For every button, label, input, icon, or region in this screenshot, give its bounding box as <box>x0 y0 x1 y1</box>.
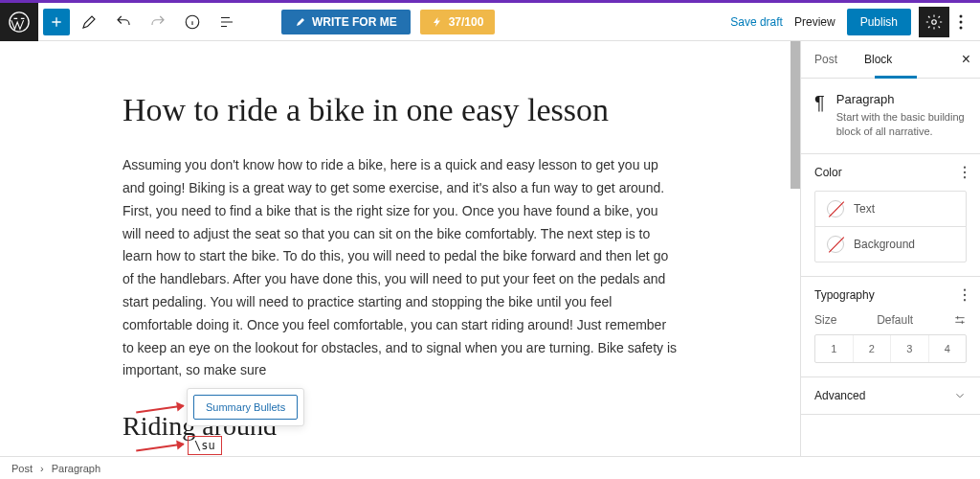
size-default-label: Default <box>877 313 913 327</box>
gear-icon <box>925 13 943 31</box>
post-title[interactable]: How to ride a bike in one easy lesson <box>122 89 678 131</box>
settings-button[interactable] <box>919 7 949 37</box>
block-breadcrumb: Post › Paragraph <box>0 456 980 479</box>
block-description: Start with the basic building block of a… <box>836 110 967 140</box>
svg-point-6 <box>964 166 966 168</box>
chevron-down-icon <box>953 389 967 402</box>
svg-point-9 <box>964 288 966 290</box>
dots-vertical-icon <box>963 166 967 179</box>
advanced-panel-header[interactable]: Advanced <box>801 377 980 414</box>
color-panel: Color Text Background <box>801 154 980 277</box>
size-label: Size <box>814 313 836 327</box>
post-paragraph[interactable]: Assuming you don't know how to ride a bi… <box>122 154 678 382</box>
breadcrumb-separator: › <box>40 463 44 474</box>
write-for-me-label: WRITE FOR ME <box>312 15 397 29</box>
svg-point-10 <box>964 294 966 296</box>
size-2[interactable]: 2 <box>853 335 891 362</box>
more-options-button[interactable] <box>949 7 972 37</box>
color-panel-header[interactable]: Color <box>801 154 980 191</box>
background-color-button[interactable]: Background <box>815 226 966 262</box>
advanced-panel-title: Advanced <box>814 389 865 402</box>
typography-panel-header[interactable]: Typography <box>801 277 980 313</box>
breadcrumb-current[interactable]: Paragraph <box>52 463 100 474</box>
tab-post[interactable]: Post <box>801 41 851 78</box>
write-for-me-button[interactable]: WRITE FOR ME <box>281 10 411 34</box>
background-color-label: Background <box>854 238 915 251</box>
undo-icon <box>115 13 132 31</box>
edit-mode-button[interactable] <box>74 7 104 37</box>
svg-point-3 <box>960 14 963 17</box>
details-button[interactable] <box>177 7 208 37</box>
redo-icon <box>149 13 167 31</box>
block-info-section: ¶ Paragraph Start with the basic buildin… <box>801 79 980 154</box>
pencil-icon <box>295 16 306 28</box>
paragraph-icon: ¶ <box>814 92 825 140</box>
list-icon <box>218 13 235 31</box>
pencil-icon <box>80 13 98 31</box>
svg-point-4 <box>960 20 963 23</box>
toolbar-left-group <box>42 7 243 37</box>
add-block-button[interactable] <box>43 9 70 35</box>
sliders-icon[interactable] <box>953 313 967 327</box>
color-panel-title: Color <box>814 166 842 179</box>
tab-active-indicator <box>875 76 917 79</box>
info-icon <box>184 13 201 31</box>
outline-button[interactable] <box>212 7 242 37</box>
save-draft-link[interactable]: Save draft <box>730 15 783 29</box>
block-name: Paragraph <box>836 92 967 106</box>
size-1[interactable]: 1 <box>815 335 853 362</box>
typography-panel-title: Typography <box>814 288 875 302</box>
sidebar-tabs: Post Block × <box>801 41 980 79</box>
typography-panel: Typography Size Default 1 2 3 4 <box>801 277 980 377</box>
autocomplete-item-summary-bullets[interactable]: Summary Bullets <box>193 395 298 420</box>
svg-point-2 <box>932 19 937 24</box>
settings-sidebar: Post Block × ¶ Paragraph Start with the … <box>800 41 980 463</box>
editor-canvas[interactable]: How to ride a bike in one easy lesson As… <box>0 41 800 463</box>
publish-button[interactable]: Publish <box>847 9 911 35</box>
svg-point-7 <box>964 171 966 173</box>
tab-block[interactable]: Block <box>851 41 905 78</box>
bolt-icon <box>432 16 443 28</box>
color-swatch-none-icon <box>827 200 844 217</box>
color-swatch-none-icon <box>827 236 844 253</box>
shortcode-input[interactable]: \su <box>188 436 222 455</box>
editor-top-toolbar: WRITE FOR ME 37/100 Save draft Preview P… <box>0 3 980 41</box>
svg-point-11 <box>964 299 966 301</box>
breadcrumb-root[interactable]: Post <box>11 463 33 474</box>
svg-point-5 <box>960 26 963 29</box>
size-4[interactable]: 4 <box>928 335 967 362</box>
undo-button[interactable] <box>108 7 139 37</box>
svg-point-8 <box>964 176 966 178</box>
wordpress-icon <box>9 11 30 33</box>
close-sidebar-button[interactable]: × <box>952 41 980 78</box>
size-3[interactable]: 3 <box>890 335 928 362</box>
dots-vertical-icon <box>963 288 967 302</box>
dots-vertical-icon <box>959 14 963 30</box>
plus-icon <box>49 14 64 30</box>
credits-button[interactable]: 37/100 <box>420 10 496 34</box>
preview-link[interactable]: Preview <box>794 15 835 29</box>
autocomplete-popup: Summary Bullets <box>187 388 304 426</box>
credits-label: 37/100 <box>449 15 484 29</box>
redo-button[interactable] <box>143 7 173 37</box>
advanced-panel: Advanced <box>801 377 980 415</box>
text-color-label: Text <box>854 202 875 216</box>
annotation-arrow <box>136 444 184 452</box>
font-size-buttons: 1 2 3 4 <box>814 334 967 363</box>
scrollbar-thumb[interactable] <box>791 41 800 189</box>
wp-logo[interactable] <box>0 3 38 41</box>
text-color-button[interactable]: Text <box>815 192 966 226</box>
